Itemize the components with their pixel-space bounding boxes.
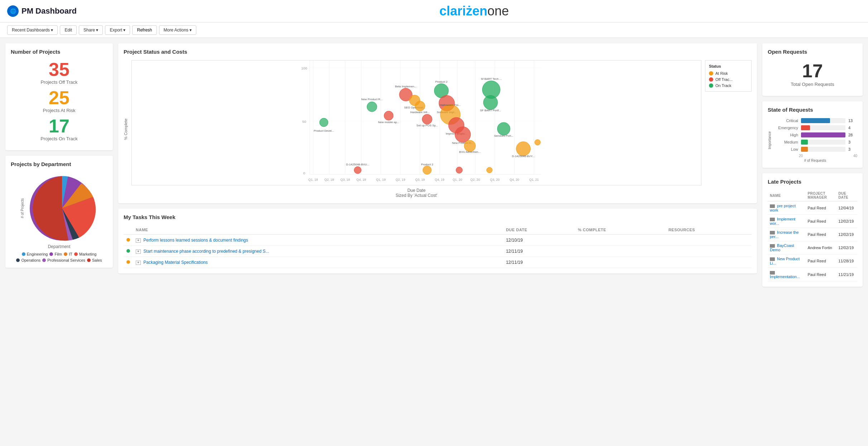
svg-point-42 (415, 101, 425, 111)
svg-point-36 (367, 102, 377, 112)
refresh-button[interactable]: Refresh (132, 25, 157, 35)
task-doc-icon: ≡ (136, 261, 141, 265)
lp-due-cell: 12/04/19 (836, 201, 857, 215)
late-projects-table: NAME PROJECT MANAGER DUE DATE pre projec… (768, 190, 857, 281)
state-x-ticks: 20 40 (773, 154, 857, 158)
operations-label: Operations (21, 258, 40, 262)
tasks-col-resources: RESOURCES (666, 226, 752, 234)
export-button[interactable]: Export ▾ (105, 25, 130, 35)
task-status-dot (126, 249, 130, 253)
film-dot (49, 252, 53, 256)
off-track-label: Projects Off Track (11, 79, 107, 85)
critical-label: Critical (773, 118, 798, 123)
recent-dashboards-button[interactable]: Recent Dashboards ▾ (7, 25, 58, 35)
legend-title: Status (709, 64, 748, 68)
at-risk-legend-label: At Risk (715, 71, 728, 76)
at-risk-metric: 25 Projects At Risk (11, 88, 107, 113)
lp-name-cell: Implementation... (768, 268, 805, 281)
scatter-svg: 100 50 0 Q1, 18 Q2, 18 Q3, 18 Q4, 18 (131, 60, 701, 185)
svg-text:0: 0 (303, 171, 306, 175)
sales-label: Sales (92, 258, 102, 262)
task-status-cell (124, 246, 133, 257)
svg-text:Product 2: Product 2 (421, 163, 433, 166)
on-track-label: Projects On Track (11, 136, 107, 141)
state-bars-area: Critical 13 Emergency 4 (773, 118, 857, 163)
x-tick-40: 40 (853, 154, 857, 158)
lp-due-cell: 12/02/19 (836, 228, 857, 241)
state-row-emergency: Emergency 4 (773, 125, 857, 130)
legend-professional-services: Professional Services (42, 258, 85, 262)
task-pct-cell (575, 234, 666, 246)
x-tick-20: 20 (799, 154, 803, 158)
state-row-low: Low 3 (773, 147, 857, 152)
task-doc-icon: ≡ (136, 238, 141, 243)
on-track-metric: 17 Projects On Track (11, 117, 107, 141)
task-resources-cell (666, 257, 752, 268)
project-status-card: Project Status and Costs % Complete (118, 43, 757, 203)
open-requests-card: Open Requests 17 Total Open Requests (762, 43, 863, 96)
scatter-content: 100 50 0 Q1, 18 Q2, 18 Q3, 18 Q4, 18 (131, 60, 752, 198)
svg-text:Q1, 20: Q1, 20 (452, 178, 462, 181)
prof-services-dot (42, 258, 46, 262)
at-risk-count: 25 (11, 88, 107, 107)
emergency-bar (801, 125, 810, 130)
svg-text:Q4, 20: Q4, 20 (510, 178, 519, 181)
svg-text:Halloween Pro...: Halloween Pro... (440, 103, 461, 107)
proj-link[interactable]: Implementation... (770, 275, 800, 279)
on-track-legend-dot (709, 83, 713, 88)
number-of-projects-title: Number of Projects (11, 49, 107, 55)
svg-text:Beta Implemen...: Beta Implemen... (395, 85, 417, 88)
emergency-bar-bg (801, 125, 845, 130)
requests-label: Total Open Requests (768, 82, 857, 87)
scatter-wrapper: % Complete 100 50 (124, 60, 752, 198)
task-name-link[interactable]: Perform lessons learned sessions & docum… (143, 238, 248, 243)
task-name-cell: ≡ Packaging Material Specifications (133, 257, 503, 268)
app-logo: 🌐 PM Dashboard (7, 5, 77, 17)
task-name-link[interactable]: Start maintenance phase according to pre… (143, 249, 269, 254)
svg-text:Q1, 19: Q1, 19 (376, 178, 386, 181)
task-due-cell: 12/10/19 (503, 234, 575, 246)
medium-label: Medium (773, 140, 798, 144)
at-risk-label: Projects At Risk (11, 108, 107, 113)
share-button[interactable]: Share ▾ (79, 25, 103, 35)
header: 🌐 PM Dashboard clariżenone (0, 0, 868, 23)
projects-by-dept-card: Projects by Department # of Projects (5, 156, 113, 268)
legend-film: Film (49, 252, 62, 256)
emergency-label: Emergency (773, 126, 798, 130)
lp-due-cell: 11/21/19 (836, 268, 857, 281)
it-label: IT (69, 252, 72, 256)
late-projects-header: NAME PROJECT MANAGER DUE DATE (768, 190, 857, 201)
svg-point-54 (422, 114, 432, 124)
low-count: 3 (848, 147, 857, 151)
marketing-dot (74, 252, 78, 256)
table-row: Increase the per... Paul Reed 12/02/19 (768, 228, 857, 241)
svg-text:Q1, 21: Q1, 21 (529, 178, 539, 181)
task-name-link[interactable]: Packaging Material Specifications (143, 260, 207, 265)
requests-number: 17 (768, 60, 857, 82)
lp-name-cell: pre project work (768, 201, 805, 215)
prof-services-label: Professional Services (47, 258, 85, 262)
task-due-cell: 12/11/19 (503, 257, 575, 268)
svg-text:D-1425048-BVU...: D-1425048-BVU... (346, 163, 369, 166)
lp-manager-cell: Paul Reed (805, 215, 836, 228)
svg-point-44 (384, 111, 393, 120)
svg-text:BVU Advertisin...: BVU Advertisin... (459, 151, 481, 154)
off-track-legend-dot (709, 77, 713, 82)
legend-sales: Sales (87, 258, 102, 262)
state-row-critical: Critical 13 (773, 118, 857, 123)
legend-engineering: Engineering (22, 252, 48, 256)
requests-count-area: 17 Total Open Requests (768, 60, 857, 87)
lp-name-cell: Implement wor... (768, 215, 805, 228)
svg-point-60 (455, 127, 471, 142)
task-name-cell: ≡ Start maintenance phase according to p… (133, 246, 503, 257)
state-y-axis: Importance (768, 118, 772, 163)
more-actions-button[interactable]: More Actions ▾ (159, 25, 197, 35)
svg-text:D-1425046-BVY...: D-1425046-BVY... (512, 155, 534, 158)
low-label: Low (773, 147, 798, 151)
svg-text:Q4, 19: Q4, 19 (435, 178, 445, 181)
edit-button[interactable]: Edit (60, 25, 77, 35)
table-row: pre project work Paul Reed 12/04/19 (768, 201, 857, 215)
scatter-x-label: Due Date Sized By 'Actual Cost' (131, 188, 701, 198)
legend-it: IT (64, 252, 72, 256)
svg-text:Q3, 19: Q3, 19 (415, 178, 425, 181)
